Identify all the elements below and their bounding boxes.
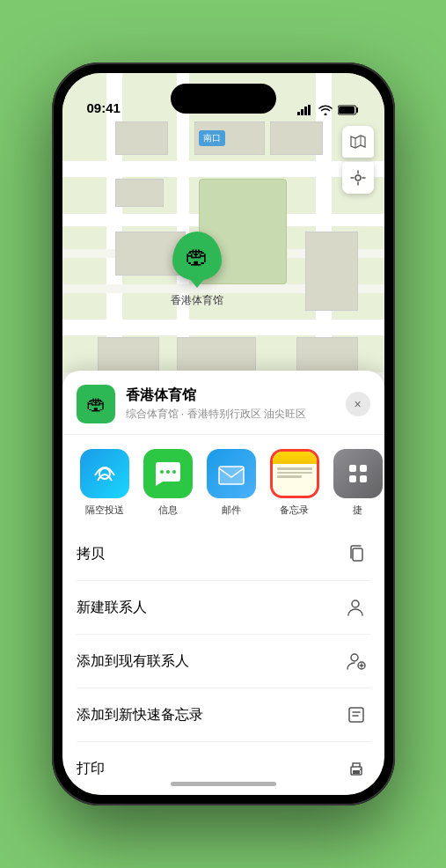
svg-rect-0: [297, 112, 300, 115]
svg-point-20: [360, 769, 362, 770]
map-south-gate-label: 南口: [199, 130, 225, 146]
svg-point-9: [166, 470, 170, 474]
action-copy[interactable]: 拷贝: [77, 527, 370, 581]
svg-rect-13: [353, 548, 362, 561]
map-type-button[interactable]: [342, 126, 374, 158]
location-button[interactable]: [342, 162, 374, 194]
marker-pin: 🏟: [172, 232, 222, 281]
more-icon: [333, 449, 383, 498]
notes-app-icon: [270, 449, 319, 498]
svg-rect-19: [353, 770, 360, 774]
action-copy-label: 拷贝: [77, 545, 105, 563]
status-time: 09:41: [87, 100, 121, 115]
action-list: 拷贝 新建联系人: [62, 527, 384, 795]
stadium-icon: 🏟: [186, 243, 208, 270]
action-print-label: 打印: [77, 760, 105, 778]
bottom-sheet: 🏟 香港体育馆 综合体育馆 · 香港特别行政区 油尖旺区 ×: [62, 371, 384, 795]
more-label: 捷: [353, 504, 362, 517]
venue-header: 🏟 香港体育馆 综合体育馆 · 香港特别行政区 油尖旺区 ×: [62, 371, 384, 435]
action-print[interactable]: 打印: [77, 742, 370, 795]
share-app-mail[interactable]: 邮件: [200, 449, 263, 517]
signal-icon: [297, 105, 313, 115]
svg-point-6: [355, 175, 361, 180]
home-indicator: [171, 782, 276, 786]
svg-rect-17: [349, 708, 363, 722]
share-app-messages[interactable]: 信息: [136, 449, 200, 517]
svg-rect-2: [304, 107, 307, 115]
svg-rect-11: [219, 467, 244, 484]
copy-icon: [342, 540, 370, 568]
wifi-icon: [318, 105, 333, 115]
phone-screen: 09:41: [62, 73, 384, 795]
share-app-airdrop[interactable]: 隔空投送: [73, 449, 136, 517]
action-new-contact[interactable]: 新建联系人: [77, 581, 370, 635]
stadium-marker: 🏟 香港体育馆: [171, 232, 223, 308]
airdrop-label: 隔空投送: [85, 504, 124, 517]
share-app-notes[interactable]: 备忘录: [263, 449, 326, 517]
notes-label: 备忘录: [280, 504, 309, 517]
venue-subtitle: 综合体育馆 · 香港特别行政区 油尖旺区: [126, 407, 346, 422]
venue-info: 香港体育馆 综合体育馆 · 香港特别行政区 油尖旺区: [126, 386, 346, 422]
venue-icon: 🏟: [77, 385, 115, 423]
airdrop-icon: [80, 449, 129, 498]
svg-rect-3: [308, 105, 311, 115]
map-controls: [342, 126, 374, 194]
close-button[interactable]: ×: [346, 392, 370, 416]
person-plus-icon: [342, 647, 370, 675]
svg-point-14: [352, 600, 359, 607]
dynamic-island: [171, 84, 276, 114]
action-add-existing-contact[interactable]: 添加到现有联系人: [77, 635, 370, 688]
svg-point-15: [351, 654, 358, 661]
svg-point-8: [160, 470, 164, 474]
marker-label: 香港体育馆: [171, 293, 223, 308]
messages-icon: [143, 449, 193, 498]
person-add-icon: [342, 593, 370, 622]
phone-frame: 09:41: [52, 63, 395, 805]
svg-rect-1: [301, 109, 303, 115]
mail-label: 邮件: [222, 504, 241, 517]
messages-label: 信息: [158, 504, 178, 517]
svg-point-10: [172, 470, 176, 474]
print-icon: [342, 754, 370, 783]
share-apps-row: 隔空投送 信息: [62, 435, 384, 524]
battery-icon: [338, 105, 360, 115]
note-icon: [342, 701, 370, 729]
venue-name: 香港体育馆: [126, 386, 346, 405]
action-new-contact-label: 新建联系人: [77, 599, 147, 617]
action-add-existing-label: 添加到现有联系人: [77, 652, 189, 671]
action-quick-note-label: 添加到新快速备忘录: [77, 706, 203, 725]
action-quick-note[interactable]: 添加到新快速备忘录: [77, 688, 370, 742]
svg-rect-5: [339, 107, 355, 114]
mail-icon: [207, 449, 256, 498]
share-app-more[interactable]: 捷: [326, 449, 384, 517]
status-icons: [297, 105, 360, 115]
